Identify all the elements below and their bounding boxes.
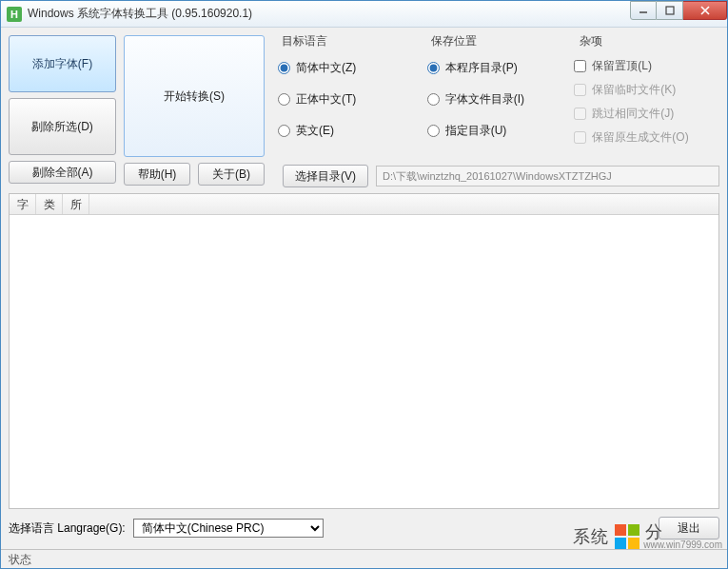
path-input[interactable] — [376, 166, 719, 186]
minimize-button[interactable] — [630, 1, 657, 20]
svg-rect-1 — [666, 7, 674, 14]
check-keep-temp[interactable]: 保留临时文件(K) — [574, 82, 719, 98]
watermark-text-1: 系统 — [573, 525, 609, 548]
th-location[interactable]: 所 — [63, 194, 89, 214]
radio-traditional[interactable]: 正体中文(T) — [278, 91, 422, 108]
radio-input[interactable] — [427, 125, 440, 137]
radio-simplified[interactable]: 简体中文(Z) — [278, 60, 422, 76]
language-select[interactable]: 简体中文(Chinese PRC) — [133, 519, 324, 538]
maximize-button[interactable] — [657, 1, 683, 20]
radio-input[interactable] — [278, 62, 290, 74]
app-icon: H — [7, 7, 22, 22]
table-body[interactable] — [10, 215, 718, 508]
radio-label: 简体中文(Z) — [296, 60, 356, 76]
watermark-text-2: 分 — [645, 523, 722, 540]
check-label: 保留原生成文件(O) — [592, 129, 688, 146]
radio-input[interactable] — [278, 125, 290, 137]
radio-label: 字体文件目录(I) — [445, 91, 524, 108]
about-button[interactable]: 关于(B) — [198, 163, 265, 186]
checkbox-input[interactable] — [574, 84, 586, 96]
group-legend: 目标语言 — [280, 33, 329, 49]
select-dir-button[interactable]: 选择目录(V) — [283, 165, 368, 187]
radio-specified-dir[interactable]: 指定目录(U) — [427, 123, 571, 139]
th-type[interactable]: 类 — [36, 194, 63, 214]
window-title: Windows 系统字体转换工具 (0.95.160920.1) — [28, 6, 630, 22]
group-legend: 杂项 — [578, 33, 604, 49]
radio-program-dir[interactable]: 本程序目录(P) — [427, 60, 571, 76]
check-label: 跳过相同文件(J) — [592, 106, 674, 122]
th-font[interactable]: 字 — [10, 194, 36, 214]
radio-english[interactable]: 英文(E) — [278, 123, 422, 139]
checkbox-input[interactable] — [574, 131, 586, 144]
check-skip-same[interactable]: 跳过相同文件(J) — [574, 106, 719, 122]
radio-input[interactable] — [427, 93, 440, 106]
remove-selected-button[interactable]: 剔除所选(D) — [9, 98, 116, 155]
group-legend: 保存位置 — [429, 33, 479, 49]
remove-all-button[interactable]: 剔除全部(A) — [9, 161, 116, 184]
watermark-url: www.win7999.com — [643, 540, 722, 550]
check-label: 保留临时文件(K) — [592, 82, 676, 98]
close-button[interactable] — [683, 1, 727, 20]
checkbox-input[interactable] — [574, 108, 586, 120]
statusbar: 状态 — [1, 549, 727, 568]
watermark: 系统 分 www.win7999.com — [573, 523, 722, 550]
language-label: 选择语言 Langrage(G): — [9, 520, 126, 537]
help-button[interactable]: 帮助(H) — [124, 163, 190, 186]
checkbox-input[interactable] — [574, 60, 586, 72]
check-keep-top[interactable]: 保留置顶(L) — [574, 58, 719, 74]
titlebar[interactable]: H Windows 系统字体转换工具 (0.95.160920.1) — [1, 1, 727, 28]
path-row: 选择目录(V) — [283, 165, 719, 187]
radio-label: 本程序目录(P) — [445, 60, 518, 76]
client-area: 添加字体(F) 剔除所选(D) 剔除全部(A) 开始转换(S) 帮助(H) 关于… — [1, 28, 727, 549]
radio-label: 正体中文(T) — [296, 91, 356, 108]
radio-font-dir[interactable]: 字体文件目录(I) — [427, 91, 571, 108]
app-window: H Windows 系统字体转换工具 (0.95.160920.1) 添加字体(… — [0, 0, 728, 569]
left-button-column: 添加字体(F) 剔除所选(D) 剔除全部(A) — [9, 35, 116, 187]
file-table: 字 类 所 — [9, 193, 719, 509]
check-label: 保留置顶(L) — [592, 58, 652, 74]
table-header: 字 类 所 — [10, 194, 718, 215]
radio-label: 英文(E) — [296, 123, 334, 139]
watermark-logo-icon — [615, 524, 639, 549]
window-controls — [630, 1, 727, 20]
add-font-button[interactable]: 添加字体(F) — [9, 35, 116, 92]
radio-input[interactable] — [278, 93, 290, 106]
check-keep-original[interactable]: 保留原生成文件(O) — [574, 129, 719, 146]
radio-label: 指定目录(U) — [445, 123, 507, 139]
radio-input[interactable] — [427, 62, 440, 74]
start-convert-button[interactable]: 开始转换(S) — [124, 35, 265, 157]
